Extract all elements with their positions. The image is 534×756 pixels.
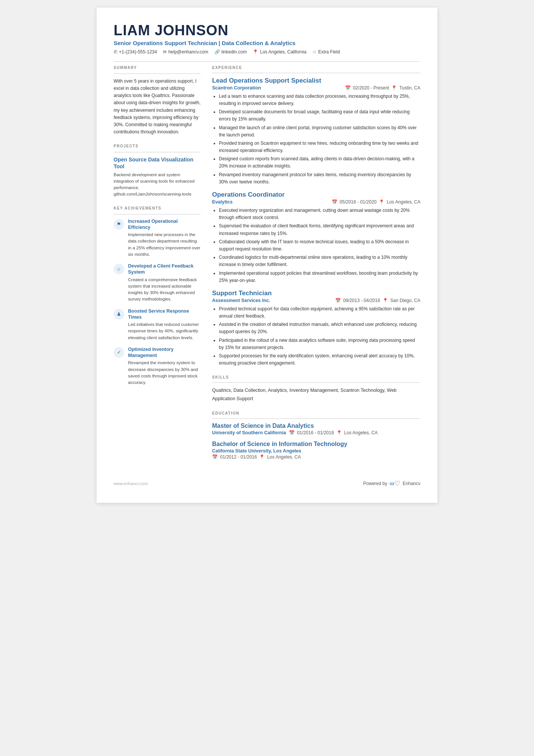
bullet-3-3: Participated in the rollout of a new dat… bbox=[219, 337, 420, 351]
achievements-divider bbox=[114, 214, 201, 214]
bullet-1-6: Revamped inventory management protocol f… bbox=[219, 171, 420, 186]
bullet-3-2: Assisted in the creation of detailed ins… bbox=[219, 321, 420, 335]
achievement-1: ⚑ Increased Operational Efficiency Imple… bbox=[114, 218, 201, 258]
header-divider bbox=[114, 61, 420, 62]
edu-calendar-icon-1: 📅 bbox=[289, 430, 295, 435]
contact-linkedin: 🔗 linkedin.com bbox=[214, 49, 247, 55]
bullet-1-4: Provided training on Scantron equipment … bbox=[219, 140, 420, 154]
candidate-name: LIAM JOHNSON bbox=[114, 23, 420, 39]
achievement-content-4: Optimized Inventory Management Revamped … bbox=[128, 346, 201, 386]
job-3: Support Technician Assessment Services I… bbox=[212, 290, 420, 367]
achievement-icon-wrap-4: ✓ bbox=[114, 347, 124, 358]
job-meta-3: Assessment Services Inc. 📅 09/2013 - 04/… bbox=[212, 298, 420, 303]
bullet-3-1: Provided technical support for data coll… bbox=[219, 305, 420, 320]
contact-phone: ✆ +1-(234)-555-1234 bbox=[114, 49, 157, 55]
calendar-icon-3: 📅 bbox=[335, 298, 341, 303]
key-achievements-label: KEY ACHIEVEMENTS bbox=[114, 206, 201, 210]
summary-divider bbox=[114, 74, 201, 74]
project-desc: Backend development and system integrati… bbox=[114, 172, 201, 198]
achievement-desc-1: Implemented new processes in the data co… bbox=[128, 232, 201, 258]
projects-section: PROJECTS Open Source Data Visualization … bbox=[114, 144, 201, 197]
job-date-loc-1: 📅 02/2020 - Present 📍 Tustin, CA bbox=[345, 85, 420, 91]
achievement-icon-wrap-1: ⚑ bbox=[114, 219, 124, 230]
contact-location: 📍 Los Angeles, California bbox=[253, 49, 306, 55]
job-title-3: Support Technician bbox=[212, 290, 420, 297]
bullet-2-2: Supervised the evaluation of client feed… bbox=[219, 222, 420, 237]
skills-section: SKILLS Qualtrics, Data Collection, Analy… bbox=[212, 375, 420, 403]
edu-date-loc-2: 📅 01/2012 - 01/2016 📍 Los Angeles, CA bbox=[212, 454, 420, 460]
main-layout: SUMMARY With over 5 years in operations … bbox=[114, 66, 420, 468]
email-icon: ✉ bbox=[163, 49, 167, 55]
bullet-1-5: Designed custom reports from scanned dat… bbox=[219, 155, 420, 170]
job-2: Operations Coordinator Evalytics 📅 05/20… bbox=[212, 191, 420, 284]
pin-icon-1: 📍 bbox=[391, 85, 397, 91]
job-title-2: Operations Coordinator bbox=[212, 191, 420, 199]
edu-2: Bachelor of Science in Information Techn… bbox=[212, 441, 420, 460]
edu-pin-icon-1: 📍 bbox=[336, 430, 342, 435]
bullet-2-1: Executed inventory organization and mana… bbox=[219, 207, 420, 221]
edu-institution-1: University of Southern California bbox=[212, 430, 286, 435]
extra-icon: ☆ bbox=[312, 49, 317, 55]
achievement-content-1: Increased Operational Efficiency Impleme… bbox=[128, 218, 201, 258]
bullet-2-3: Collaborated closely with the IT team to… bbox=[219, 238, 420, 253]
achievement-2: ☆ Developed a Client Feedback System Cre… bbox=[114, 263, 201, 303]
job-bullets-3: Provided technical support for data coll… bbox=[212, 305, 420, 367]
edu-1: Master of Science in Data Analytics Univ… bbox=[212, 423, 420, 435]
edu-meta-1: University of Southern California 📅 01/2… bbox=[212, 430, 420, 435]
calendar-icon-2: 📅 bbox=[332, 199, 337, 205]
resume-page: LIAM JOHNSON Senior Operations Support T… bbox=[97, 8, 437, 503]
job-company-3: Assessment Services Inc. bbox=[212, 298, 270, 303]
footer-website: www.enhancv.com bbox=[114, 481, 148, 486]
experience-label: EXPERIENCE bbox=[212, 66, 420, 70]
job-date-loc-3: 📅 09/2013 - 04/2016 📍 San Diego, CA bbox=[335, 298, 420, 303]
bullet-3-4: Supported processes for the early identi… bbox=[219, 352, 420, 367]
linkedin-icon: 🔗 bbox=[214, 49, 220, 55]
right-column: EXPERIENCE Lead Operations Support Speci… bbox=[212, 66, 420, 468]
summary-label: SUMMARY bbox=[114, 66, 201, 70]
job-1: Lead Operations Support Specialist Scant… bbox=[212, 77, 420, 186]
edu-institution-2: California State University, Los Angeles bbox=[212, 448, 301, 454]
achievement-icon-wrap-3: ♟ bbox=[114, 309, 124, 319]
skills-text: Qualtrics, Data Collection, Analytics, I… bbox=[212, 387, 420, 403]
bullet-2-4: Coordinated logistics for multi-departme… bbox=[219, 254, 420, 268]
edu-pin-icon-2: 📍 bbox=[259, 454, 265, 460]
achievement-3: ♟ Boosted Service Response Times Led ini… bbox=[114, 308, 201, 341]
star-icon: ☆ bbox=[117, 266, 121, 272]
edu-degree-2: Bachelor of Science in Information Techn… bbox=[212, 441, 420, 448]
projects-label: PROJECTS bbox=[114, 144, 201, 148]
projects-divider bbox=[114, 152, 201, 152]
achievement-title-2: Developed a Client Feedback System bbox=[128, 263, 201, 275]
achievement-title-4: Optimized Inventory Management bbox=[128, 346, 201, 359]
page-footer: www.enhancv.com Powered by ∞♡ Enhancv bbox=[114, 479, 420, 488]
job-date-loc-2: 📅 05/2016 - 01/2020 📍 Los Angeles, CA bbox=[332, 199, 420, 205]
contact-extra: ☆ Extra Field bbox=[312, 49, 340, 55]
edu-date-loc-1: 📅 01/2016 - 01/2018 📍 Los Angeles, CA bbox=[289, 430, 378, 435]
skills-label: SKILLS bbox=[212, 375, 420, 379]
summary-section: SUMMARY With over 5 years in operations … bbox=[114, 66, 201, 136]
job-meta-1: Scantron Corporation 📅 02/2020 - Present… bbox=[212, 85, 420, 91]
education-section: EDUCATION Master of Science in Data Anal… bbox=[212, 411, 420, 460]
experience-section: EXPERIENCE Lead Operations Support Speci… bbox=[212, 66, 420, 367]
edu-calendar-icon-2: 📅 bbox=[212, 454, 218, 460]
candidate-title: Senior Operations Support Technician | D… bbox=[114, 40, 420, 46]
experience-divider bbox=[212, 73, 420, 73]
pin-icon-3: 📍 bbox=[383, 298, 388, 303]
education-divider bbox=[212, 418, 420, 419]
achievement-icon-wrap-2: ☆ bbox=[114, 264, 124, 274]
pin-icon-2: 📍 bbox=[379, 199, 384, 205]
achievement-content-2: Developed a Client Feedback System Creat… bbox=[128, 263, 201, 303]
enhancv-logo-icon: ∞♡ bbox=[389, 479, 400, 488]
header-section: LIAM JOHNSON Senior Operations Support T… bbox=[114, 23, 420, 55]
check-icon: ✓ bbox=[117, 349, 121, 355]
calendar-icon-1: 📅 bbox=[345, 85, 351, 91]
achievement-4: ✓ Optimized Inventory Management Revampe… bbox=[114, 346, 201, 386]
phone-icon: ✆ bbox=[114, 49, 117, 55]
person-icon: ♟ bbox=[117, 311, 121, 317]
education-label: EDUCATION bbox=[212, 411, 420, 415]
job-meta-2: Evalytics 📅 05/2016 - 01/2020 📍 Los Ange… bbox=[212, 199, 420, 205]
edu-meta-2: California State University, Los Angeles bbox=[212, 448, 420, 454]
edu-degree-1: Master of Science in Data Analytics bbox=[212, 423, 420, 429]
job-bullets-2: Executed inventory organization and mana… bbox=[212, 207, 420, 284]
job-company-1: Scantron Corporation bbox=[212, 85, 261, 91]
project-title: Open Source Data Visualization Tool bbox=[114, 156, 201, 170]
